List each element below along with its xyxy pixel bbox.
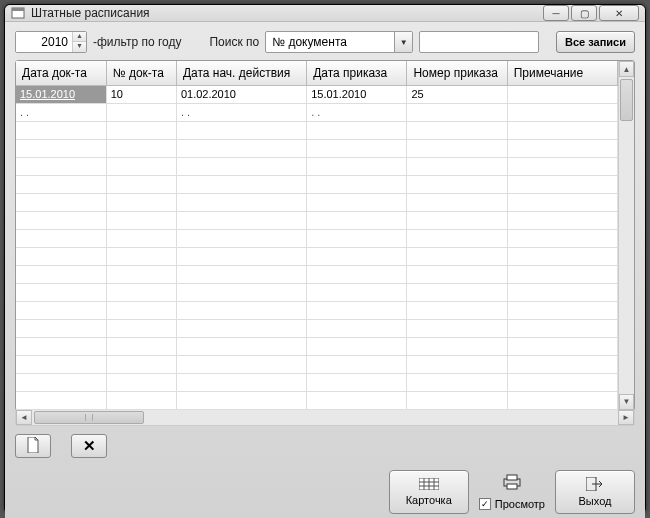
table-cell[interactable] (16, 247, 106, 265)
table-cell[interactable] (407, 211, 507, 229)
table-cell[interactable] (176, 139, 306, 157)
table-cell[interactable] (176, 373, 306, 391)
table-cell[interactable] (307, 229, 407, 247)
table-cell[interactable]: 15.01.2010 (307, 85, 407, 103)
table-cell[interactable] (307, 265, 407, 283)
search-field-combo[interactable]: № документа ▼ (265, 31, 413, 53)
table-cell[interactable] (176, 211, 306, 229)
table-cell[interactable] (507, 391, 617, 409)
table-cell[interactable] (507, 265, 617, 283)
table-cell[interactable] (106, 373, 176, 391)
year-input[interactable] (16, 32, 72, 52)
table-row[interactable] (16, 193, 618, 211)
table-cell[interactable] (16, 391, 106, 409)
table-cell[interactable] (507, 247, 617, 265)
year-up-icon[interactable]: ▲ (73, 32, 86, 42)
vertical-scrollbar[interactable]: ▲ ▼ (618, 61, 634, 410)
titlebar[interactable]: Штатные расписания ─ ▢ ✕ (5, 5, 645, 22)
scroll-up-icon[interactable]: ▲ (619, 61, 634, 77)
table-row[interactable] (16, 211, 618, 229)
table-cell[interactable] (16, 157, 106, 175)
table-cell[interactable] (106, 337, 176, 355)
table-cell[interactable] (507, 355, 617, 373)
table-row[interactable]: 15.01.20101001.02.201015.01.201025 (16, 85, 618, 103)
column-header[interactable]: Дата нач. действия (176, 61, 306, 85)
year-spinner[interactable]: ▲ ▼ (15, 31, 87, 53)
table-cell[interactable] (106, 319, 176, 337)
table-cell[interactable] (106, 229, 176, 247)
table-cell[interactable]: 01.02.2010 (176, 85, 306, 103)
table-cell[interactable]: 15.01.2010 (16, 85, 106, 103)
table-cell[interactable] (307, 121, 407, 139)
table-cell[interactable] (106, 211, 176, 229)
all-records-button[interactable]: Все записи (556, 31, 635, 53)
table-cell[interactable] (307, 139, 407, 157)
table-cell[interactable] (407, 283, 507, 301)
scroll-right-icon[interactable]: ► (618, 410, 634, 425)
table-cell[interactable]: . . (307, 103, 407, 121)
exit-button[interactable]: Выход (555, 470, 635, 514)
column-header[interactable]: Номер приказа (407, 61, 507, 85)
vscroll-thumb[interactable] (620, 79, 633, 121)
table-cell[interactable] (507, 193, 617, 211)
table-row[interactable] (16, 265, 618, 283)
table-row[interactable] (16, 319, 618, 337)
table-cell[interactable] (507, 283, 617, 301)
table-cell[interactable] (507, 337, 617, 355)
column-header[interactable]: Дата приказа (307, 61, 407, 85)
table-cell[interactable] (176, 355, 306, 373)
table-cell[interactable]: 10 (106, 85, 176, 103)
table-row[interactable] (16, 157, 618, 175)
table-cell[interactable] (16, 175, 106, 193)
table-cell[interactable] (16, 355, 106, 373)
table-cell[interactable] (407, 319, 507, 337)
delete-button[interactable]: ✕ (71, 434, 107, 458)
table-cell[interactable] (16, 121, 106, 139)
table-cell[interactable] (16, 319, 106, 337)
table-row[interactable] (16, 337, 618, 355)
table-row[interactable]: . .. .. . (16, 103, 618, 121)
table-cell[interactable] (106, 121, 176, 139)
table-cell[interactable] (407, 139, 507, 157)
table-cell[interactable] (106, 301, 176, 319)
table-cell[interactable] (307, 157, 407, 175)
table-cell[interactable] (407, 121, 507, 139)
table-cell[interactable] (507, 121, 617, 139)
table-cell[interactable]: 25 (407, 85, 507, 103)
table-cell[interactable] (16, 193, 106, 211)
table-row[interactable] (16, 283, 618, 301)
search-input[interactable] (419, 31, 539, 53)
table-cell[interactable] (176, 319, 306, 337)
table-cell[interactable] (106, 247, 176, 265)
hscroll-thumb[interactable] (34, 411, 144, 424)
data-grid[interactable]: Дата док-та№ док-таДата нач. действияДат… (15, 60, 635, 411)
table-cell[interactable] (507, 373, 617, 391)
table-cell[interactable] (176, 247, 306, 265)
table-cell[interactable] (407, 337, 507, 355)
table-cell[interactable] (507, 157, 617, 175)
table-cell[interactable] (507, 175, 617, 193)
preview-checkbox[interactable]: ✓ (479, 498, 491, 510)
table-cell[interactable] (16, 139, 106, 157)
table-cell[interactable] (16, 301, 106, 319)
table-cell[interactable] (176, 265, 306, 283)
horizontal-scrollbar[interactable]: ◄ ► (15, 410, 635, 426)
table-cell[interactable] (407, 391, 507, 409)
close-button[interactable]: ✕ (599, 5, 639, 21)
table-cell[interactable] (507, 229, 617, 247)
table-cell[interactable] (307, 193, 407, 211)
table-cell[interactable] (407, 373, 507, 391)
table-cell[interactable] (176, 229, 306, 247)
scroll-down-icon[interactable]: ▼ (619, 394, 634, 410)
table-cell[interactable] (176, 301, 306, 319)
table-cell[interactable]: . . (16, 103, 106, 121)
table-cell[interactable] (407, 355, 507, 373)
table-cell[interactable] (307, 247, 407, 265)
table-cell[interactable] (307, 175, 407, 193)
table-cell[interactable] (16, 265, 106, 283)
table-cell[interactable] (307, 391, 407, 409)
maximize-button[interactable]: ▢ (571, 5, 597, 21)
table-cell[interactable] (407, 265, 507, 283)
table-cell[interactable] (106, 391, 176, 409)
table-cell[interactable] (507, 85, 617, 103)
